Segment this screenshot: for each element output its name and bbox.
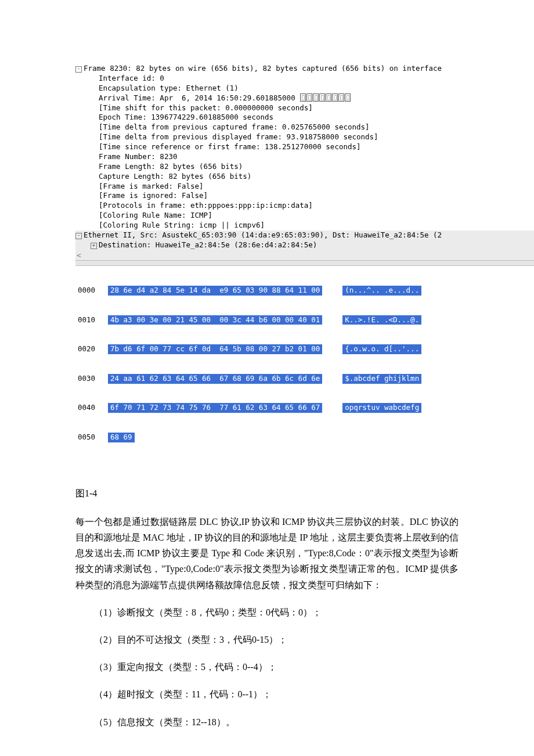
collapse-icon[interactable]: -: [75, 66, 82, 73]
hex-offset: 0050: [75, 433, 108, 442]
missing-glyph-icon: [338, 93, 344, 102]
hex-row[interactable]: 005068 69: [75, 433, 534, 442]
capture-length[interactable]: Capture Length: 82 bytes (656 bits): [75, 172, 534, 182]
document-page: -Frame 8230: 82 bytes on wire (656 bits)…: [0, 64, 534, 730]
hex-bytes: 28 6e d4 a2 84 5e 14 da e9 65 03 90 88 6…: [108, 286, 322, 296]
figure-caption: 图1-4: [75, 485, 459, 501]
list-item-5: （5）信息报文（类型：12--18）。: [75, 714, 459, 730]
hex-bytes: 68 69: [108, 433, 135, 442]
missing-glyph-icon: [300, 93, 306, 102]
hex-bytes: 7b d6 6f 00 77 cc 6f 0d 64 5b 08 00 27 b…: [108, 344, 322, 354]
missing-glyph-icon: [306, 93, 312, 102]
epoch-time[interactable]: Epoch Time: 1396774229.601885000 seconds: [75, 113, 534, 123]
hex-offset: 0040: [75, 403, 108, 413]
time-delta-captured[interactable]: [Time delta from previous captured frame…: [75, 123, 534, 132]
frame-marked[interactable]: [Frame is marked: False]: [75, 182, 534, 192]
expand-icon[interactable]: +: [91, 243, 97, 249]
list-item-4: （4）超时报文（类型：11，代码：0--1）；: [75, 686, 459, 702]
pane-divider[interactable]: [75, 260, 534, 266]
hex-row[interactable]: 003024 aa 61 62 63 64 65 66 67 68 69 6a …: [75, 374, 534, 384]
hex-row[interactable]: 00406f 70 71 72 73 74 75 76 77 61 62 63 …: [75, 403, 534, 413]
missing-glyph-icon: [319, 93, 325, 102]
missing-glyph-icon: [326, 93, 331, 102]
list-item-3: （3）重定向报文（类型：5，代码：0--4）；: [75, 659, 459, 675]
time-shift[interactable]: [Time shift for this packet: 0.000000000…: [75, 103, 534, 113]
hex-ascii: $.abcdef ghijklmn: [342, 374, 421, 384]
ethernet-row[interactable]: -Ethernet II, Src: AsustekC_65:03:90 (14…: [75, 231, 534, 240]
hex-offset: 0030: [75, 374, 108, 384]
hex-bytes: 4b a3 00 3e 00 21 45 00 00 3c 44 b6 00 0…: [108, 315, 322, 325]
frame-header: Frame 8230: 82 bytes on wire (656 bits),…: [84, 64, 442, 73]
list-item-2: （2）目的不可达报文（类型：3，代码0-15）；: [75, 632, 459, 647]
hex-offset: 0010: [75, 315, 108, 325]
hex-bytes: 6f 70 71 72 73 74 75 76 77 61 62 63 64 6…: [108, 403, 322, 413]
hex-ascii: opqrstuv wabcdefg: [342, 403, 421, 413]
coloring-rule-name[interactable]: [Coloring Rule Name: ICMP]: [75, 211, 534, 221]
hex-bytes: 24 aa 61 62 63 64 65 66 67 68 69 6a 6b 6…: [108, 374, 322, 384]
missing-glyph-icon: [313, 93, 319, 102]
wireshark-screenshot: -Frame 8230: 82 bytes on wire (656 bits)…: [75, 64, 534, 462]
arrival-time[interactable]: Arrival Time: Apr 6, 2014 16:50:29.60188…: [75, 93, 534, 103]
frame-number[interactable]: Frame Number: 8230: [75, 152, 534, 162]
explanatory-text: 图1-4 每一个包都是通过数据链路层 DLC 协议,IP 协议和 ICMP 协议…: [75, 485, 459, 730]
interface-id[interactable]: Interface id: 0: [75, 74, 534, 84]
hex-dump-pane[interactable]: 000028 6e d4 a2 84 5e 14 da e9 65 03 90 …: [75, 266, 534, 462]
destination-label: Destination: HuaweiTe_a2:84:5e (28:6e:d4…: [99, 240, 317, 249]
paragraph-main: 每一个包都是通过数据链路层 DLC 协议,IP 协议和 ICMP 协议共三层协议…: [75, 514, 459, 593]
time-since-reference[interactable]: [Time since reference or first frame: 13…: [75, 142, 534, 152]
missing-glyph-icon: [345, 93, 351, 102]
scroll-left-indicator[interactable]: <: [75, 250, 534, 261]
hex-ascii: {.o.w.o. d[..'...: [342, 344, 421, 354]
coloring-rule-string[interactable]: [Coloring Rule String: icmp || icmpv6]: [75, 221, 534, 231]
hex-ascii: (n...^.. .e...d..: [342, 286, 421, 296]
time-delta-displayed[interactable]: [Time delta from previous displayed fram…: [75, 132, 534, 142]
missing-glyph-icon: [332, 93, 338, 102]
hex-offset: 0020: [75, 344, 108, 354]
hex-offset: 0000: [75, 286, 108, 296]
hex-row[interactable]: 000028 6e d4 a2 84 5e 14 da e9 65 03 90 …: [75, 286, 534, 296]
hex-row[interactable]: 00207b d6 6f 00 77 cc 6f 0d 64 5b 08 00 …: [75, 344, 534, 354]
destination-row[interactable]: +Destination: HuaweiTe_a2:84:5e (28:6e:d…: [75, 240, 534, 250]
frame-header-row[interactable]: -Frame 8230: 82 bytes on wire (656 bits)…: [75, 64, 534, 74]
hex-row[interactable]: 00104b a3 00 3e 00 21 45 00 00 3c 44 b6 …: [75, 315, 534, 325]
collapse-icon[interactable]: -: [75, 233, 82, 239]
encapsulation-type[interactable]: Encapsulation type: Ethernet (1): [75, 84, 534, 93]
ethernet-header: Ethernet II, Src: AsustekC_65:03:90 (14:…: [84, 231, 442, 239]
protocols-in-frame[interactable]: [Protocols in frame: eth:pppoes:ppp:ip:i…: [75, 201, 534, 211]
hex-ascii: K..>.!E. .<D...@.: [342, 315, 421, 325]
frame-length[interactable]: Frame Length: 82 bytes (656 bits): [75, 162, 534, 172]
frame-ignored[interactable]: [Frame is ignored: False]: [75, 191, 534, 201]
list-item-1: （1）诊断报文（类型：8，代码0；类型：0代码：0）；: [75, 604, 459, 620]
